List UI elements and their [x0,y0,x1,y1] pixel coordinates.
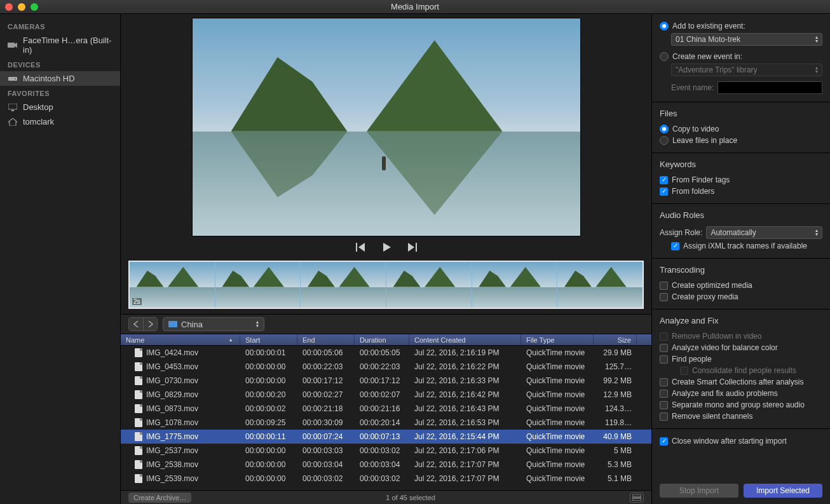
column-header-start[interactable]: Start [240,334,297,345]
radio-copy-to-library[interactable] [660,125,669,133]
stop-import-button[interactable]: Stop Import [660,484,738,498]
check-remove-pulldown [660,332,668,341]
check-ixml-names[interactable] [671,242,679,250]
svg-rect-3 [8,104,17,109]
sidebar-item-label: Macintosh HD [23,74,75,83]
close-window-button[interactable] [5,3,13,11]
dropdown-arrows-icon: ▴▾ [815,66,818,73]
sidebar-item-label: tomclark [23,117,54,126]
cell-start: 00:00:00:00 [240,376,297,385]
cell-created: Jul 22, 2016, 2:16:43 PM [409,404,521,413]
filmstrip[interactable]: 2s [128,261,644,309]
table-row[interactable]: IMG_0730.mov00:00:00:0000:00:17:1200:00:… [121,374,651,388]
new-event-library-dropdown: "Adventure Trips" library ▴▾ [671,64,822,76]
table-row[interactable]: IMG_1775.mov00:00:00:1100:00:07:2400:00:… [121,430,651,444]
column-header-end[interactable]: End [297,334,355,345]
cell-created: Jul 22, 2016, 2:16:19 PM [409,348,521,357]
previous-clip-button[interactable] [355,242,367,253]
filmstrip-thumb[interactable] [557,262,643,308]
next-clip-button[interactable] [405,242,418,253]
center-pane: 2s China ▴▾ Name▴ Start End Duration [121,14,652,504]
table-row[interactable]: IMG_0424.mov00:00:00:0100:00:05:0600:00:… [121,346,651,360]
sidebar-item-macintosh-hd[interactable]: Macintosh HD [0,71,120,86]
section-title-transcoding: Transcoding [660,265,822,275]
cell-end: 00:00:02:27 [297,390,355,399]
cell-filetype: QuickTime movie [521,404,594,413]
movie-file-icon [135,460,142,469]
view-mode-toggle[interactable] [630,493,644,503]
fullscreen-window-button[interactable] [31,3,38,11]
cell-size: 29.9 MB [594,348,637,357]
table-header: Name▴ Start End Duration Content Created… [121,334,651,346]
cell-duration: 00:00:17:12 [355,376,409,385]
table-row[interactable]: IMG_2539.mov00:00:00:0000:00:03:0200:00:… [121,472,651,486]
assign-role-dropdown[interactable]: Automatically ▴▾ [706,226,822,239]
label-create-new: Create new event in: [672,52,742,61]
radio-create-new-event[interactable] [660,52,669,61]
check-separate-mono[interactable] [660,401,668,409]
movie-file-icon [135,446,142,455]
label-event-name: Event name: [671,83,714,92]
preview-viewer[interactable] [192,18,581,236]
table-row[interactable]: IMG_2538.mov00:00:00:0000:00:03:0400:00:… [121,458,651,472]
desktop-icon [8,104,18,111]
cell-start: 00:00:00:01 [240,348,297,357]
movie-file-icon [135,432,142,441]
column-header-duration[interactable]: Duration [355,334,409,345]
window-title: Media Import [0,2,830,11]
create-archive-button[interactable]: Create Archive… [128,493,191,503]
filmstrip-thumb[interactable] [130,262,215,308]
check-close-after-import[interactable] [660,437,668,446]
table-row[interactable]: IMG_2537.mov00:00:00:0000:00:03:0300:00:… [121,444,651,458]
nav-back-button[interactable] [129,318,143,330]
cell-filetype: QuickTime movie [521,418,594,427]
check-finder-tags[interactable] [660,176,668,184]
folder-dropdown[interactable]: China ▴▾ [163,317,264,331]
play-button[interactable] [380,242,393,253]
sidebar-item-label: Desktop [23,102,53,112]
table-row[interactable]: IMG_0453.mov00:00:00:0000:00:22:0300:00:… [121,360,651,374]
check-remove-silent[interactable] [660,412,668,421]
table-row[interactable]: IMG_0829.mov00:00:00:2000:00:02:2700:00:… [121,388,651,402]
check-from-folders[interactable] [660,187,668,196]
drive-icon [8,75,18,83]
sidebar-item-home-folder[interactable]: tomclark [0,114,120,129]
cell-created: Jul 22, 2016, 2:15:44 PM [409,432,521,441]
sidebar-item-desktop[interactable]: Desktop [0,100,120,114]
cell-duration: 00:00:20:14 [355,418,409,427]
table-row[interactable]: IMG_0873.mov00:00:00:0200:00:21:1800:00:… [121,402,651,416]
svg-rect-8 [632,498,641,501]
import-selected-button[interactable]: Import Selected [744,484,822,498]
column-header-name[interactable]: Name▴ [121,334,240,345]
column-header-size[interactable]: Size [594,334,637,345]
radio-leave-in-place[interactable] [660,136,669,145]
nav-forward-button[interactable] [143,318,157,330]
sidebar-item-facetime-camera[interactable]: FaceTime H…era (Built-in) [0,33,120,57]
check-find-people[interactable] [660,355,668,364]
column-header-filetype[interactable]: File Type [521,334,594,345]
filmstrip-thumb[interactable] [301,262,386,308]
minimize-window-button[interactable] [18,3,25,11]
filmstrip-thumb[interactable] [472,262,558,308]
folder-icon [168,321,177,327]
table-row[interactable]: IMG_1078.mov00:00:09:2500:00:30:0900:00:… [121,416,651,430]
existing-event-dropdown[interactable]: 01 China Moto-trek ▴▾ [671,33,822,46]
cell-name: IMG_2539.mov [146,474,198,483]
cell-size: 5 MB [594,446,637,455]
cell-size: 99.2 MB [594,376,637,385]
filmstrip-thumb[interactable] [215,262,301,308]
check-optimized-media[interactable] [660,282,668,290]
filmstrip-thumb[interactable] [386,262,472,308]
check-fix-audio[interactable] [660,390,668,398]
section-title-files: Files [660,109,822,118]
cell-size: 124.3… [594,404,637,413]
check-balance-color[interactable] [660,344,668,352]
radio-add-existing-event[interactable] [660,22,669,31]
column-header-created[interactable]: Content Created [409,334,521,345]
cell-size: 125.7… [594,362,637,371]
check-smart-collections[interactable] [660,378,668,386]
cell-size: 5.1 MB [594,474,637,483]
check-proxy-media[interactable] [660,293,668,301]
cell-end: 00:00:22:03 [297,362,355,371]
source-sidebar: CAMERAS FaceTime H…era (Built-in) DEVICE… [0,14,121,504]
